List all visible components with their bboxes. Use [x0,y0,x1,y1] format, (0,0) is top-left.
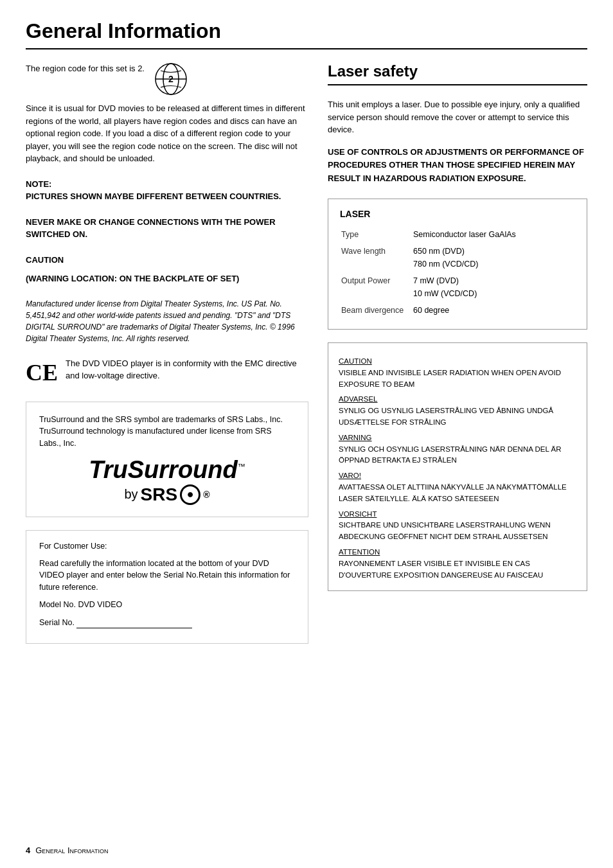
laser-spec-box: LASER Type Semiconductor laser GaAlAs Wa… [328,199,587,330]
caution-sub: (WARNING LOCATION: ON THE BACKPLATE OF S… [26,272,308,285]
caution-text-fr: RAYONNEMENT LASER VISIBLE ET INVISIBLE E… [339,560,543,579]
multilang-caution-box: CAUTION VISIBLE AND INVISIBLE LASER RADI… [328,342,587,591]
never-text: NEVER MAKE OR CHANGE CONNECTIONS WITH TH… [26,216,308,241]
page-title: General Information [26,19,587,49]
table-row: Wave length 650 nm (DVD)780 nm (VCD/CD) [341,244,574,272]
never-section: NEVER MAKE OR CHANGE CONNECTIONS WITH TH… [26,216,308,241]
laser-safety-title: Laser safety [328,62,587,85]
main-content: The region code for this set is 2. 2 Sin… [26,62,587,644]
region-code-text: The region code for this set is 2. [26,62,145,75]
region-code-section: The region code for this set is 2. 2 [26,62,308,96]
caution-label: CAUTION [26,254,308,267]
note-text: PICTURES SHOWN MAYBE DIFFERENT BETWEEN C… [26,190,308,203]
svg-text:2: 2 [168,74,173,84]
ce-mark: CE [26,361,58,384]
region-text-block: The region code for this set is 2. [26,62,145,82]
serial-line: Serial No. [39,616,295,629]
srs-prefix: by [124,487,138,502]
laser-intro: This unit employs a laser. Due to possib… [328,98,587,136]
note-section: NOTE: PICTURES SHOWN MAYBE DIFFERENT BET… [26,178,308,203]
spec-label: Output Power [341,273,412,301]
spec-value: 60 degree [413,303,574,318]
srs-reg: ® [203,490,209,500]
globe-svg: 2 [154,62,188,96]
caution-text-sv: SYNLIG OCH OSYNLIG LASERSTRÅLNING NÄR DE… [339,445,562,465]
srs-label: SRS [141,484,178,505]
note-label-bold: NOTE: [26,179,51,189]
footer-section-label: General Information [35,846,108,855]
laser-warning: USE OF CONTROLS OR ADJUSTMENTS OR PERFOR… [328,146,587,186]
ce-section: CE The DVD VIDEO player is in conformity… [26,357,308,389]
lang-attention: ATTENTION [339,547,576,558]
page: General Information The region code for … [0,0,613,868]
region-detail-text: Since it is usual for DVD movies to be r… [26,102,308,165]
caution-text-da: SYNLIG OG USYNLIG LASERSTRÅLING VED ÅBNI… [339,407,553,426]
lang-caution: CAUTION [339,356,576,368]
spec-label: Beam divergence [341,303,412,318]
dts-text: Manufactured under license from Digital … [26,298,308,344]
model-line: Model No. DVD VIDEO [39,599,295,611]
table-row: Type Semiconductor laser GaAlAs [341,227,574,242]
left-column: The region code for this set is 2. 2 Sin… [26,62,308,644]
model-value: DVD VIDEO [78,600,122,609]
spec-label: Wave length [341,244,412,272]
table-row: Output Power 7 mW (DVD)10 mW (VCD/CD) [341,273,574,301]
note-label: NOTE: [26,178,308,191]
caution-text-de: SICHTBARE UND UNSICHTBARE LASERSTRAHLUNG… [339,521,551,540]
spec-value: Semiconductor laser GaAlAs [413,227,574,242]
caution-text-en: VISIBLE AND INVISIBLE LASER RADIATION WH… [339,369,561,388]
serial-underline [76,616,192,629]
trusurround-box: TruSurround and the SRS symbol are trade… [26,402,308,517]
right-column: Laser safety This unit employs a laser. … [328,62,587,644]
serial-label: Serial No. [39,618,75,627]
trusurround-logo: TruSurround™ [39,457,295,482]
trusurround-tm: ™ [238,462,245,471]
spec-label: Type [341,227,412,242]
srs-line: by SRS ● ® [39,484,295,505]
footer: 4 General Information [26,846,108,855]
caution-section: CAUTION (WARNING LOCATION: ON THE BACKPL… [26,254,308,285]
spec-value: 7 mW (DVD)10 mW (VCD/CD) [413,273,574,301]
lang-advarsel: ADVARSEL [339,394,576,405]
caution-text-fi: AVATTAESSA OLET ALTTIINA NÄKYVÄLLE JA NÄ… [339,483,567,502]
srs-circle-icon: ● [180,484,200,505]
model-label: Model No. [39,600,76,609]
customer-text: Read carefully the information located a… [39,558,295,594]
spec-value: 650 nm (DVD)780 nm (VCD/CD) [413,244,574,272]
ce-text: The DVD VIDEO player is in conformity wi… [66,357,308,382]
lang-varo: VARO! [339,470,576,482]
laser-spec-table: Type Semiconductor laser GaAlAs Wave len… [340,226,575,319]
footer-page-number: 4 [26,846,30,855]
trusurround-text: TruSurround [89,456,238,483]
srs-dot: ● [187,488,194,501]
customer-box: For Customer Use: Read carefully the inf… [26,530,308,644]
region-icon: 2 [154,62,188,96]
table-row: Beam divergence 60 degree [341,303,574,318]
lang-vorsicht: VORSICHT [339,509,576,520]
customer-heading: For Customer Use: [39,540,295,553]
trusurround-intro: TruSurround and the SRS symbol are trade… [39,414,295,450]
lang-varning: VARNING [339,432,576,444]
laser-spec-title: LASER [340,209,575,219]
